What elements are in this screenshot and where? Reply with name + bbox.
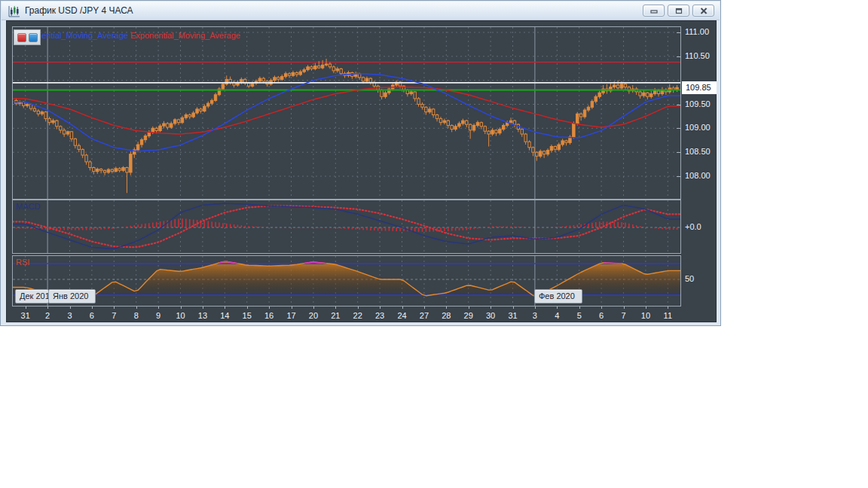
x-axis-label: 20 bbox=[304, 311, 323, 320]
price-panel[interactable] bbox=[12, 26, 681, 200]
x-axis-tick bbox=[513, 307, 514, 309]
x-axis-label: 9 bbox=[148, 311, 168, 320]
x-axis-label: 29 bbox=[459, 311, 478, 320]
x-axis-tick bbox=[446, 307, 447, 309]
blue-indicator-button[interactable] bbox=[29, 33, 38, 42]
x-axis-label: 8 bbox=[127, 311, 146, 320]
x-axis-tick bbox=[114, 307, 115, 309]
x-axis-label: 6 bbox=[591, 311, 611, 320]
x-axis-tick bbox=[358, 307, 359, 309]
x-axis-tick bbox=[70, 307, 71, 309]
x-axis-label: 10 bbox=[171, 311, 191, 320]
x-axis-tick bbox=[269, 307, 270, 309]
x-axis-label: 2 bbox=[38, 311, 57, 320]
price-chart-canvas[interactable] bbox=[13, 27, 680, 199]
x-axis-tick bbox=[380, 307, 381, 309]
x-axis-tick bbox=[424, 307, 425, 309]
x-axis-label: 7 bbox=[104, 311, 124, 320]
x-axis-label: 14 bbox=[215, 311, 234, 320]
x-axis-tick bbox=[203, 307, 203, 309]
x-axis-tick bbox=[136, 307, 137, 309]
x-axis-label: 15 bbox=[237, 311, 257, 320]
y-axis-tick bbox=[677, 128, 681, 129]
x-axis-tick bbox=[335, 307, 336, 309]
x-axis-tick bbox=[292, 307, 292, 309]
x-axis-tick bbox=[624, 307, 625, 309]
x-axis-tick bbox=[313, 307, 314, 309]
x-axis-label: 3 bbox=[525, 311, 545, 320]
chart-icon bbox=[8, 5, 21, 18]
x-axis-label: 5 bbox=[570, 311, 589, 320]
x-axis-tick bbox=[402, 307, 403, 309]
x-axis-tick bbox=[26, 307, 26, 309]
x-axis-label: 22 bbox=[348, 311, 368, 320]
close-icon bbox=[700, 8, 708, 14]
y-axis: 109.85 111.00110.50109.50109.00108.50108… bbox=[676, 21, 717, 323]
current-price-box: 109.85 bbox=[682, 81, 717, 94]
y-axis-tick bbox=[677, 56, 681, 57]
ema-blue-line bbox=[13, 74, 680, 151]
x-axis-label: 13 bbox=[193, 311, 212, 320]
x-axis-tick bbox=[225, 307, 225, 309]
x-axis-label: 24 bbox=[393, 311, 412, 320]
month-box-december: Дек 2019 bbox=[15, 289, 49, 303]
x-axis-tick bbox=[646, 307, 646, 309]
x-axis-tick bbox=[181, 307, 182, 309]
rsi-label: RSI bbox=[16, 258, 29, 267]
y-axis-label: 110.50 bbox=[685, 51, 710, 60]
x-axis-label: 16 bbox=[259, 311, 279, 320]
titlebar[interactable]: График USD /JPY 4 ЧАСА bbox=[2, 2, 720, 20]
rsi-axis-label: 50 bbox=[685, 274, 694, 283]
x-axis-label: 30 bbox=[481, 311, 500, 320]
x-axis-label: 17 bbox=[282, 311, 301, 320]
x-axis-tick bbox=[601, 307, 602, 309]
x-axis-tick bbox=[92, 307, 93, 309]
x-axis-tick bbox=[579, 307, 580, 309]
macd-panel[interactable] bbox=[12, 200, 681, 254]
x-axis-tick bbox=[47, 307, 48, 309]
chart-client-area: Exponential_Moving_Average Exponential_M… bbox=[6, 20, 717, 322]
y-axis-label: 111.00 bbox=[685, 27, 709, 36]
month-box-february: Фев 2020 bbox=[534, 289, 582, 303]
close-button[interactable] bbox=[692, 5, 714, 17]
indicator-buttons-panel bbox=[14, 29, 41, 45]
window-title: График USD /JPY 4 ЧАСА bbox=[25, 5, 133, 16]
y-axis-tick bbox=[677, 152, 681, 153]
y-axis-label: 109.50 bbox=[685, 99, 711, 108]
x-axis-tick bbox=[158, 307, 159, 309]
red-indicator-button[interactable] bbox=[17, 33, 26, 42]
macd-axis-label: +0.0 bbox=[685, 222, 701, 231]
y-axis-label: 108.50 bbox=[685, 147, 711, 156]
macd-line bbox=[13, 203, 680, 249]
x-axis-label: 6 bbox=[82, 311, 102, 320]
x-axis-tick bbox=[469, 307, 469, 309]
x-axis-label: 23 bbox=[370, 311, 390, 320]
minimize-button[interactable] bbox=[643, 5, 665, 17]
y-axis-label: 109.00 bbox=[685, 123, 711, 132]
minimize-icon bbox=[650, 8, 658, 14]
macd-chart-canvas[interactable] bbox=[13, 200, 680, 253]
x-axis-label: 28 bbox=[436, 311, 456, 320]
x-axis-label: 3 bbox=[60, 311, 80, 320]
x-axis-label: 27 bbox=[414, 311, 434, 320]
y-axis-tick bbox=[677, 176, 681, 177]
x-axis-label: 10 bbox=[636, 311, 656, 320]
x-axis-label: 11 bbox=[658, 311, 677, 320]
x-axis: 3123678910131415161720212223242728293031… bbox=[12, 307, 681, 323]
month-box-january: Янв 2020 bbox=[48, 289, 96, 303]
x-axis-label: 7 bbox=[614, 311, 634, 320]
x-axis-tick bbox=[668, 307, 668, 309]
x-axis-tick bbox=[535, 307, 536, 309]
y-axis-label: 108.00 bbox=[685, 171, 711, 180]
macd-label: MACD bbox=[16, 202, 40, 211]
restore-icon bbox=[675, 8, 683, 14]
restore-button[interactable] bbox=[668, 5, 689, 17]
x-axis-label: 31 bbox=[16, 311, 35, 320]
chart-window: График USD /JPY 4 ЧАСА Exponenti bbox=[0, 0, 721, 326]
x-axis-label: 4 bbox=[547, 311, 567, 320]
x-axis-tick bbox=[247, 307, 248, 309]
x-axis-label: 21 bbox=[326, 311, 345, 320]
ema-red-legend: Exponential_Moving_Average bbox=[130, 31, 240, 40]
ema-red-line bbox=[13, 87, 680, 134]
y-axis-tick bbox=[677, 32, 681, 33]
